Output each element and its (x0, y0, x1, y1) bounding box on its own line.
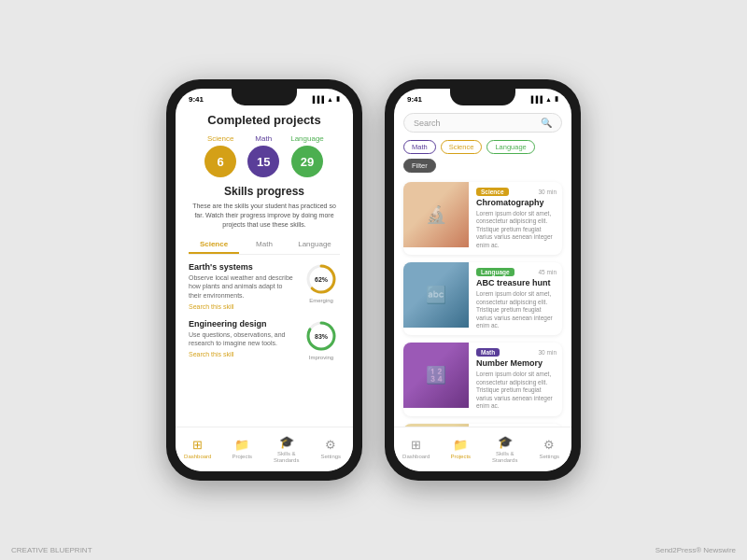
project-tag-1: Language (476, 268, 514, 276)
project-title-0: Chromatography (476, 198, 557, 207)
nav-label-dashboard-left: Dashboard (184, 454, 211, 460)
skill-text-0: Earth's systems Observe local weather an… (189, 262, 295, 309)
left-phone-screen: 9:41 ▐▐▐ ▲ ▮ Completed projects Science … (176, 89, 353, 471)
stat-science: Science 6 (204, 134, 236, 177)
phones-container: 9:41 ▐▐▐ ▲ ▮ Completed projects Science … (166, 79, 581, 481)
stat-label-science: Science (207, 134, 233, 143)
phone-notch-right (450, 89, 515, 105)
project-card-0[interactable]: 🔬 Science 30 min Chromatography Lorem ip… (403, 182, 562, 255)
search-placeholder-text: Search (414, 119, 541, 128)
dashboard-icon-right: ⊞ (411, 438, 421, 452)
stat-label-language: Language (290, 134, 324, 143)
skill-text-1: Engineering design Use questions, observ… (189, 319, 295, 357)
filter-language[interactable]: Language (486, 140, 534, 154)
skill-card-1: Engineering design Use questions, observ… (189, 319, 340, 360)
battery-icon: ▮ (336, 95, 340, 103)
nav-label-dashboard-right: Dashboard (402, 454, 430, 460)
bottom-nav-left: ⊞ Dashboard 📁 Projects 🎓 Skills &Standar… (176, 427, 353, 471)
nav-item-projects-right[interactable]: 📁 Projects (439, 427, 484, 471)
project-tag-0: Science (476, 188, 509, 196)
project-tag-row-0: Science 30 min (476, 188, 557, 196)
left-phone: 9:41 ▐▐▐ ▲ ▮ Completed projects Science … (166, 79, 362, 481)
stat-circle-math: 15 (247, 146, 279, 177)
nav-label-skills-right: Skills &Standards (492, 451, 517, 464)
project-thumb-2: 🔢 (403, 343, 469, 408)
signal-icon: ▐▐▐ (310, 96, 324, 103)
project-info-1: Language 45 min ABC treasure hunt Lorem … (476, 262, 562, 335)
nav-label-skills-left: Skills &Standards (274, 451, 299, 464)
right-phone-screen: 9:41 ▐▐▐ ▲ ▮ Search 🔍 Math Science (394, 89, 571, 471)
tab-math[interactable]: Math (239, 236, 289, 254)
skill-pct-0: 62% (315, 276, 328, 283)
status-icons-right: ▐▐▐ ▲ ▮ (529, 95, 558, 103)
project-card-1[interactable]: 🔤 Language 45 min ABC treasure hunt Lore… (403, 262, 562, 335)
nav-item-dashboard-right[interactable]: ⊞ Dashboard (394, 427, 439, 471)
project-tag-row-1: Language 45 min (476, 268, 557, 276)
thumb-icon-0: 🔬 (426, 204, 446, 225)
skill-name-0: Earth's systems (189, 262, 295, 272)
nav-item-skills-left[interactable]: 🎓 Skills &Standards (264, 427, 309, 471)
nav-item-projects-left[interactable]: 📁 Projects (220, 427, 265, 471)
right-scroll-content[interactable]: Search 🔍 Math Science Language Filter 🔬 (394, 107, 571, 427)
skill-circle-1: 83% (304, 319, 338, 353)
skill-link-0[interactable]: Search this skill (189, 303, 295, 310)
nav-item-settings-right[interactable]: ⚙ Settings (528, 427, 572, 471)
project-duration-1: 45 min (538, 269, 557, 275)
project-desc-0: Lorem ipsum dolor sit amet, consectetur … (476, 210, 557, 249)
project-desc-2: Lorem ipsum dolor sit amet, consectetur … (476, 371, 557, 410)
filter-science[interactable]: Science (441, 140, 483, 154)
phone-notch-left (232, 89, 297, 105)
settings-icon-right: ⚙ (543, 438, 555, 452)
thumb-icon-1: 🔤 (426, 285, 446, 305)
nav-label-projects-right: Projects (450, 454, 471, 460)
skill-pct-1: 83% (315, 332, 328, 339)
skill-name-1: Engineering design (189, 319, 295, 329)
skill-circle-0: 62% (304, 262, 338, 296)
search-icon: 🔍 (541, 118, 552, 128)
filter-row: Math Science Language Filter (403, 140, 562, 173)
stat-circle-science: 6 (204, 146, 236, 177)
skill-circle-container-0: 62% Emerging (303, 262, 340, 303)
project-tag-row-2: Math 30 min (476, 348, 557, 357)
search-bar[interactable]: Search 🔍 (403, 113, 562, 133)
status-icons-left: ▐▐▐ ▲ ▮ (310, 95, 340, 103)
dashboard-icon-left: ⊞ (192, 438, 203, 452)
settings-icon-left: ⚙ (325, 438, 336, 452)
tab-science[interactable]: Science (189, 236, 239, 254)
signal-icon-right: ▐▐▐ (529, 96, 543, 103)
right-phone: 9:41 ▐▐▐ ▲ ▮ Search 🔍 Math Science (385, 79, 581, 481)
filter-math[interactable]: Math (403, 140, 436, 154)
nav-item-settings-left[interactable]: ⚙ Settings (309, 427, 354, 471)
bottom-nav-right: ⊞ Dashboard 📁 Projects 🎓 Skills &Standar… (394, 427, 571, 471)
skills-desc: These are the skills your student has pr… (189, 202, 340, 229)
skill-desc-0: Observe local weather and describe how p… (189, 273, 295, 299)
skill-circle-container-1: 83% Improving (303, 319, 340, 360)
projects-icon-right: 📁 (453, 438, 468, 452)
project-thumb-1: 🔤 (403, 262, 469, 328)
nav-item-skills-right[interactable]: 🎓 Skills &Standards (483, 427, 528, 471)
stat-circle-language: 29 (291, 146, 323, 177)
skill-card-0: Earth's systems Observe local weather an… (189, 262, 340, 309)
stat-math: Math 15 (247, 134, 279, 177)
project-tag-2: Math (476, 348, 500, 357)
project-card-2[interactable]: 🔢 Math 30 min Number Memory Lorem ipsum … (403, 343, 562, 415)
skills-icon-right: 🎓 (498, 435, 513, 449)
watermark-left: CREATIVE BLUEPRINT (11, 546, 92, 554)
skill-link-1[interactable]: Search this skill (189, 351, 295, 357)
wifi-icon: ▲ (327, 96, 333, 103)
left-scroll-content[interactable]: Completed projects Science 6 Math 15 Lan… (176, 107, 353, 427)
nav-item-dashboard-left[interactable]: ⊞ Dashboard (176, 427, 220, 471)
skill-desc-1: Use questions, observations, and researc… (189, 330, 295, 347)
project-thumb-0: 🔬 (403, 182, 469, 247)
wifi-icon-right: ▲ (545, 96, 552, 103)
filter-special[interactable]: Filter (403, 159, 436, 173)
stat-language: Language 29 (290, 134, 324, 177)
tab-language[interactable]: Language (289, 236, 340, 254)
project-info-0: Science 30 min Chromatography Lorem ipsu… (476, 182, 562, 255)
project-title-1: ABC treasure hunt (476, 278, 557, 287)
project-duration-2: 30 min (538, 349, 557, 356)
project-info-2: Math 30 min Number Memory Lorem ipsum do… (476, 343, 562, 415)
status-time-right: 9:41 (407, 95, 422, 104)
stats-row: Science 6 Math 15 Language 29 (189, 134, 340, 177)
skills-icon-left: 🎓 (279, 435, 294, 449)
